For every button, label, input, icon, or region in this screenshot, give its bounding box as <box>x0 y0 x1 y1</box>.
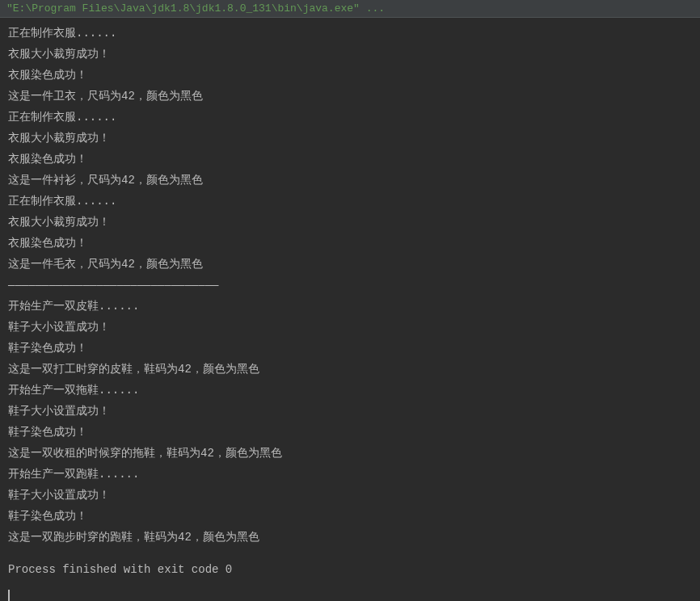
output-line: 这是一双跑步时穿的跑鞋，鞋码为42，颜色为黑色 <box>8 527 692 548</box>
process-exit-message: Process finished with exit code 0 <box>8 559 692 580</box>
output-line: 正在制作衣服...... <box>8 23 692 44</box>
output-line: 鞋子染色成功！ <box>8 422 692 443</box>
text-cursor <box>8 590 10 601</box>
output-line: 衣服染色成功！ <box>8 149 692 170</box>
java-command: "E:\Program Files\Java\jdk1.8\jdk1.8.0_1… <box>6 2 385 15</box>
console-header: "E:\Program Files\Java\jdk1.8\jdk1.8.0_1… <box>0 0 700 18</box>
output-line: 鞋子大小设置成功！ <box>8 317 692 338</box>
output-line: 衣服大小裁剪成功！ <box>8 44 692 65</box>
output-line: 衣服染色成功！ <box>8 65 692 86</box>
output-line: 开始生产一双跑鞋...... <box>8 464 692 485</box>
output-lines-container: 正在制作衣服......衣服大小裁剪成功！衣服染色成功！这是一件卫衣，尺码为42… <box>8 23 692 548</box>
output-line: 衣服大小裁剪成功！ <box>8 212 692 233</box>
output-line: 这是一件毛衣，尺码为42，颜色为黑色 <box>8 254 692 275</box>
output-line: 正在制作衣服...... <box>8 107 692 128</box>
output-line: 开始生产一双拖鞋...... <box>8 380 692 401</box>
console-output-area[interactable]: 正在制作衣服......衣服大小裁剪成功！衣服染色成功！这是一件卫衣，尺码为42… <box>0 18 700 601</box>
output-line: 开始生产一双皮鞋...... <box>8 296 692 317</box>
output-line: 衣服染色成功！ <box>8 233 692 254</box>
output-line: 正在制作衣服...... <box>8 191 692 212</box>
output-line: 这是一件卫衣，尺码为42，颜色为黑色 <box>8 86 692 107</box>
output-line: 鞋子大小设置成功！ <box>8 485 692 506</box>
output-line: 衣服大小裁剪成功！ <box>8 128 692 149</box>
output-line: 鞋子染色成功！ <box>8 338 692 359</box>
console-container: "E:\Program Files\Java\jdk1.8\jdk1.8.0_1… <box>0 0 700 601</box>
cursor-line <box>8 580 692 601</box>
output-line: ——————————————————————————————— <box>8 275 692 296</box>
output-line: 鞋子染色成功！ <box>8 506 692 527</box>
output-line: 这是一件衬衫，尺码为42，颜色为黑色 <box>8 170 692 191</box>
output-line: 鞋子大小设置成功！ <box>8 401 692 422</box>
output-line: 这是一双打工时穿的皮鞋，鞋码为42，颜色为黑色 <box>8 359 692 380</box>
output-line: 这是一双收租的时候穿的拖鞋，鞋码为42，颜色为黑色 <box>8 443 692 464</box>
